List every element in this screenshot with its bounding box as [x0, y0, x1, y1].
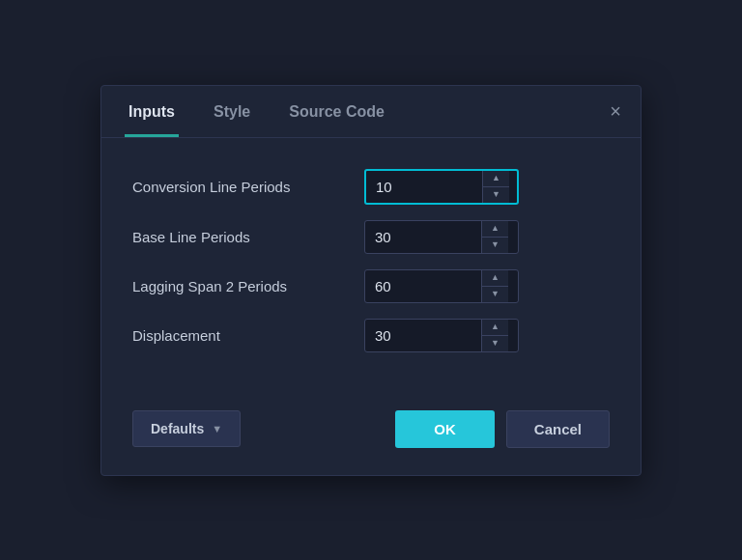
- displacement-arrows: ▲ ▼: [481, 320, 508, 351]
- lagging-span-2-periods-arrows: ▲ ▼: [481, 270, 508, 302]
- dialog-header: Inputs Style Source Code ×: [101, 86, 641, 138]
- footer-actions: OK Cancel: [395, 410, 610, 448]
- settings-dialog: Inputs Style Source Code × Conversion Li…: [100, 85, 642, 476]
- field-row-lagging: Lagging Span 2 Periods ▲ ▼: [132, 269, 610, 303]
- displacement-down-arrow[interactable]: ▼: [482, 336, 508, 351]
- lagging-span-2-periods-input: ▲ ▼: [364, 269, 519, 303]
- dialog-body: Conversion Line Periods ▲ ▼ Base Line Pe…: [101, 138, 641, 391]
- conversion-up-arrow[interactable]: ▲: [483, 171, 509, 187]
- base-line-periods-input: ▲ ▼: [364, 220, 519, 254]
- base-line-periods-label: Base Line Periods: [132, 229, 364, 245]
- defaults-dropdown-icon: ▼: [212, 423, 222, 434]
- tab-style[interactable]: Style: [210, 86, 254, 137]
- ok-button[interactable]: OK: [395, 410, 495, 448]
- tab-source-code[interactable]: Source Code: [285, 86, 388, 137]
- field-row-displacement: Displacement ▲ ▼: [132, 319, 610, 352]
- base-line-periods-field[interactable]: [365, 221, 481, 253]
- displacement-label: Displacement: [132, 327, 364, 344]
- dialog-footer: Defaults ▼ OK Cancel: [101, 391, 641, 475]
- base-line-periods-arrows: ▲ ▼: [481, 221, 508, 253]
- close-button[interactable]: ×: [610, 101, 621, 121]
- conversion-down-arrow[interactable]: ▼: [483, 187, 509, 203]
- tab-inputs[interactable]: Inputs: [125, 86, 179, 137]
- baseline-up-arrow[interactable]: ▲: [482, 221, 508, 238]
- lagging-down-arrow[interactable]: ▼: [482, 287, 508, 302]
- field-row-baseline: Base Line Periods ▲ ▼: [132, 220, 610, 254]
- defaults-button[interactable]: Defaults ▼: [132, 410, 241, 447]
- displacement-up-arrow[interactable]: ▲: [482, 320, 508, 336]
- field-row-conversion: Conversion Line Periods ▲ ▼: [132, 169, 610, 205]
- lagging-up-arrow[interactable]: ▲: [482, 270, 508, 287]
- displacement-input: ▲ ▼: [364, 319, 519, 352]
- displacement-field[interactable]: [365, 320, 481, 351]
- cancel-button[interactable]: Cancel: [506, 410, 610, 448]
- conversion-line-periods-arrows: ▲ ▼: [482, 171, 509, 203]
- conversion-line-periods-field[interactable]: [366, 171, 482, 203]
- lagging-span-2-periods-field[interactable]: [365, 270, 481, 302]
- defaults-label: Defaults: [151, 421, 204, 436]
- lagging-span-2-periods-label: Lagging Span 2 Periods: [132, 278, 364, 294]
- conversion-line-periods-label: Conversion Line Periods: [132, 179, 364, 195]
- conversion-line-periods-input: ▲ ▼: [364, 169, 519, 205]
- baseline-down-arrow[interactable]: ▼: [482, 238, 508, 253]
